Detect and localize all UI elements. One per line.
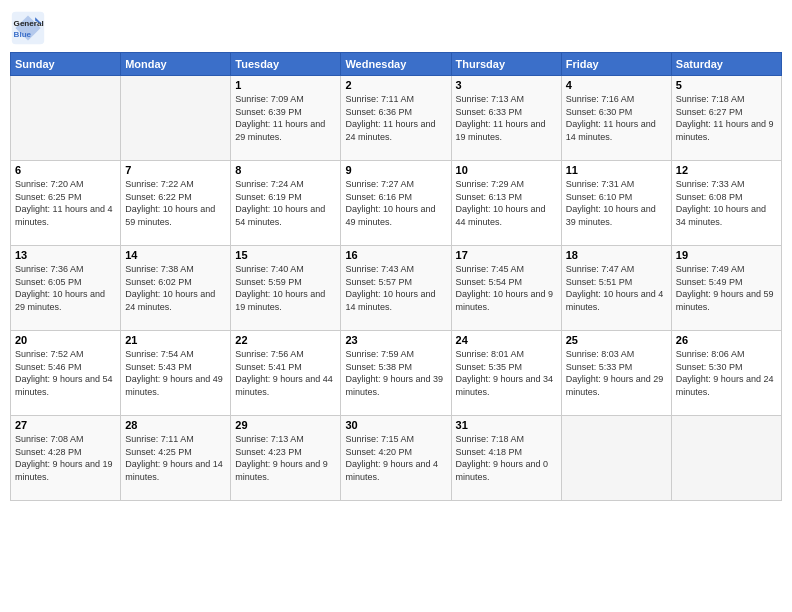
- day-header-saturday: Saturday: [671, 53, 781, 76]
- day-number: 11: [566, 164, 667, 176]
- day-header-friday: Friday: [561, 53, 671, 76]
- day-number: 4: [566, 79, 667, 91]
- day-number: 25: [566, 334, 667, 346]
- calendar-cell: [561, 416, 671, 501]
- calendar-cell: 2Sunrise: 7:11 AM Sunset: 6:36 PM Daylig…: [341, 76, 451, 161]
- day-info: Sunrise: 7:38 AM Sunset: 6:02 PM Dayligh…: [125, 263, 226, 313]
- calendar-cell: 20Sunrise: 7:52 AM Sunset: 5:46 PM Dayli…: [11, 331, 121, 416]
- day-number: 5: [676, 79, 777, 91]
- day-info: Sunrise: 8:06 AM Sunset: 5:30 PM Dayligh…: [676, 348, 777, 398]
- day-number: 10: [456, 164, 557, 176]
- day-number: 16: [345, 249, 446, 261]
- calendar-cell: 24Sunrise: 8:01 AM Sunset: 5:35 PM Dayli…: [451, 331, 561, 416]
- calendar-cell: 30Sunrise: 7:15 AM Sunset: 4:20 PM Dayli…: [341, 416, 451, 501]
- day-number: 21: [125, 334, 226, 346]
- day-header-monday: Monday: [121, 53, 231, 76]
- day-number: 30: [345, 419, 446, 431]
- calendar-cell: 17Sunrise: 7:45 AM Sunset: 5:54 PM Dayli…: [451, 246, 561, 331]
- day-info: Sunrise: 7:36 AM Sunset: 6:05 PM Dayligh…: [15, 263, 116, 313]
- calendar-cell: 31Sunrise: 7:18 AM Sunset: 4:18 PM Dayli…: [451, 416, 561, 501]
- day-number: 29: [235, 419, 336, 431]
- day-number: 7: [125, 164, 226, 176]
- calendar-cell: [11, 76, 121, 161]
- day-info: Sunrise: 7:56 AM Sunset: 5:41 PM Dayligh…: [235, 348, 336, 398]
- day-info: Sunrise: 7:43 AM Sunset: 5:57 PM Dayligh…: [345, 263, 446, 313]
- day-info: Sunrise: 7:13 AM Sunset: 4:23 PM Dayligh…: [235, 433, 336, 483]
- calendar-cell: 4Sunrise: 7:16 AM Sunset: 6:30 PM Daylig…: [561, 76, 671, 161]
- calendar-header-row: SundayMondayTuesdayWednesdayThursdayFrid…: [11, 53, 782, 76]
- day-info: Sunrise: 7:54 AM Sunset: 5:43 PM Dayligh…: [125, 348, 226, 398]
- day-info: Sunrise: 7:29 AM Sunset: 6:13 PM Dayligh…: [456, 178, 557, 228]
- calendar-cell: 18Sunrise: 7:47 AM Sunset: 5:51 PM Dayli…: [561, 246, 671, 331]
- day-info: Sunrise: 7:18 AM Sunset: 6:27 PM Dayligh…: [676, 93, 777, 143]
- calendar-week-5: 27Sunrise: 7:08 AM Sunset: 4:28 PM Dayli…: [11, 416, 782, 501]
- calendar-cell: 15Sunrise: 7:40 AM Sunset: 5:59 PM Dayli…: [231, 246, 341, 331]
- day-info: Sunrise: 8:01 AM Sunset: 5:35 PM Dayligh…: [456, 348, 557, 398]
- day-header-tuesday: Tuesday: [231, 53, 341, 76]
- calendar-cell: 3Sunrise: 7:13 AM Sunset: 6:33 PM Daylig…: [451, 76, 561, 161]
- calendar-cell: 28Sunrise: 7:11 AM Sunset: 4:25 PM Dayli…: [121, 416, 231, 501]
- day-number: 2: [345, 79, 446, 91]
- day-info: Sunrise: 7:52 AM Sunset: 5:46 PM Dayligh…: [15, 348, 116, 398]
- day-number: 9: [345, 164, 446, 176]
- calendar-cell: 22Sunrise: 7:56 AM Sunset: 5:41 PM Dayli…: [231, 331, 341, 416]
- day-info: Sunrise: 7:09 AM Sunset: 6:39 PM Dayligh…: [235, 93, 336, 143]
- day-info: Sunrise: 7:24 AM Sunset: 6:19 PM Dayligh…: [235, 178, 336, 228]
- calendar-cell: 11Sunrise: 7:31 AM Sunset: 6:10 PM Dayli…: [561, 161, 671, 246]
- svg-text:Blue: Blue: [14, 30, 32, 39]
- calendar-cell: 1Sunrise: 7:09 AM Sunset: 6:39 PM Daylig…: [231, 76, 341, 161]
- calendar-week-2: 6Sunrise: 7:20 AM Sunset: 6:25 PM Daylig…: [11, 161, 782, 246]
- day-number: 28: [125, 419, 226, 431]
- day-number: 14: [125, 249, 226, 261]
- calendar-cell: 14Sunrise: 7:38 AM Sunset: 6:02 PM Dayli…: [121, 246, 231, 331]
- day-number: 15: [235, 249, 336, 261]
- calendar-cell: 12Sunrise: 7:33 AM Sunset: 6:08 PM Dayli…: [671, 161, 781, 246]
- day-info: Sunrise: 7:11 AM Sunset: 4:25 PM Dayligh…: [125, 433, 226, 483]
- day-number: 19: [676, 249, 777, 261]
- day-number: 13: [15, 249, 116, 261]
- page-header: General Blue: [10, 10, 782, 46]
- calendar-cell: 10Sunrise: 7:29 AM Sunset: 6:13 PM Dayli…: [451, 161, 561, 246]
- day-number: 3: [456, 79, 557, 91]
- day-info: Sunrise: 7:11 AM Sunset: 6:36 PM Dayligh…: [345, 93, 446, 143]
- calendar-week-3: 13Sunrise: 7:36 AM Sunset: 6:05 PM Dayli…: [11, 246, 782, 331]
- calendar-cell: 26Sunrise: 8:06 AM Sunset: 5:30 PM Dayli…: [671, 331, 781, 416]
- day-info: Sunrise: 7:15 AM Sunset: 4:20 PM Dayligh…: [345, 433, 446, 483]
- day-number: 27: [15, 419, 116, 431]
- day-header-wednesday: Wednesday: [341, 53, 451, 76]
- calendar-cell: 6Sunrise: 7:20 AM Sunset: 6:25 PM Daylig…: [11, 161, 121, 246]
- calendar-cell: 27Sunrise: 7:08 AM Sunset: 4:28 PM Dayli…: [11, 416, 121, 501]
- logo-icon: General Blue: [10, 10, 46, 46]
- day-info: Sunrise: 8:03 AM Sunset: 5:33 PM Dayligh…: [566, 348, 667, 398]
- day-number: 6: [15, 164, 116, 176]
- day-info: Sunrise: 7:59 AM Sunset: 5:38 PM Dayligh…: [345, 348, 446, 398]
- day-info: Sunrise: 7:27 AM Sunset: 6:16 PM Dayligh…: [345, 178, 446, 228]
- calendar-cell: [121, 76, 231, 161]
- logo: General Blue: [10, 10, 50, 46]
- calendar-cell: 9Sunrise: 7:27 AM Sunset: 6:16 PM Daylig…: [341, 161, 451, 246]
- calendar-table: SundayMondayTuesdayWednesdayThursdayFrid…: [10, 52, 782, 501]
- calendar-week-4: 20Sunrise: 7:52 AM Sunset: 5:46 PM Dayli…: [11, 331, 782, 416]
- day-info: Sunrise: 7:13 AM Sunset: 6:33 PM Dayligh…: [456, 93, 557, 143]
- day-number: 8: [235, 164, 336, 176]
- day-number: 12: [676, 164, 777, 176]
- calendar-cell: 5Sunrise: 7:18 AM Sunset: 6:27 PM Daylig…: [671, 76, 781, 161]
- day-number: 20: [15, 334, 116, 346]
- day-info: Sunrise: 7:08 AM Sunset: 4:28 PM Dayligh…: [15, 433, 116, 483]
- calendar-cell: [671, 416, 781, 501]
- calendar-cell: 16Sunrise: 7:43 AM Sunset: 5:57 PM Dayli…: [341, 246, 451, 331]
- day-number: 1: [235, 79, 336, 91]
- calendar-cell: 7Sunrise: 7:22 AM Sunset: 6:22 PM Daylig…: [121, 161, 231, 246]
- day-info: Sunrise: 7:20 AM Sunset: 6:25 PM Dayligh…: [15, 178, 116, 228]
- day-header-thursday: Thursday: [451, 53, 561, 76]
- calendar-cell: 25Sunrise: 8:03 AM Sunset: 5:33 PM Dayli…: [561, 331, 671, 416]
- day-info: Sunrise: 7:22 AM Sunset: 6:22 PM Dayligh…: [125, 178, 226, 228]
- calendar-cell: 23Sunrise: 7:59 AM Sunset: 5:38 PM Dayli…: [341, 331, 451, 416]
- day-info: Sunrise: 7:33 AM Sunset: 6:08 PM Dayligh…: [676, 178, 777, 228]
- calendar-week-1: 1Sunrise: 7:09 AM Sunset: 6:39 PM Daylig…: [11, 76, 782, 161]
- day-info: Sunrise: 7:47 AM Sunset: 5:51 PM Dayligh…: [566, 263, 667, 313]
- day-header-sunday: Sunday: [11, 53, 121, 76]
- day-info: Sunrise: 7:18 AM Sunset: 4:18 PM Dayligh…: [456, 433, 557, 483]
- day-number: 23: [345, 334, 446, 346]
- day-number: 18: [566, 249, 667, 261]
